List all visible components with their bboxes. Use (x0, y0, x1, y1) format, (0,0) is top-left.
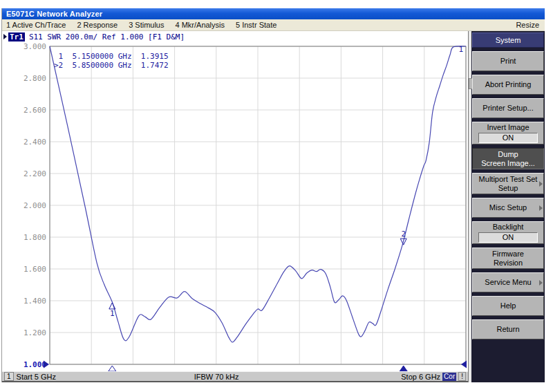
softkey-label: Misc Setup (489, 203, 527, 212)
softkey-label: Dump (498, 150, 518, 159)
ifbw-label[interactable]: IFBW 70 kHz (194, 373, 239, 381)
reference-level-arrow-left[interactable] (44, 361, 49, 368)
menu-item-4[interactable]: 4 Mkr/Analysis (175, 21, 225, 29)
marker-1-label: 1 (110, 309, 115, 318)
trace-format-text: S11 SWR 200.0m/ Ref 1.000 [F1 D&M] (29, 32, 185, 41)
softkey-misc-setup[interactable]: Misc Setup (472, 198, 544, 218)
y-axis-tick-label: 1.600 (24, 265, 46, 274)
chart-region: 3.0002.8002.6002.4002.2002.0001.8001.600… (2, 31, 468, 371)
softkey-label: Backlight (493, 223, 524, 232)
y-axis-tick-label: 1.800 (24, 233, 46, 242)
reference-level-arrow-right[interactable] (461, 361, 467, 368)
trace-number-label: 1 (458, 45, 463, 54)
marker-readout: 1 5.1500000 GHz 1.3915>2 5.8500000 GHz 1… (54, 52, 169, 70)
softkey-label: Service Menu (485, 278, 531, 287)
softkey-label: System (496, 36, 521, 45)
softkey-label: Help (500, 301, 516, 310)
softkey-return[interactable]: Return (472, 319, 544, 339)
softkey-abort-printing[interactable]: Abort Printing (472, 75, 544, 95)
marker-readout-line-1: 1 5.1500000 GHz 1.3915 (54, 52, 169, 61)
swr-chart: 3.0002.8002.6002.4002.2002.0001.8001.600… (2, 31, 468, 371)
softkey-label: Print (500, 57, 516, 66)
marker-2-label: 2 (401, 230, 406, 239)
resize-menu-item[interactable]: Resize (516, 21, 539, 29)
softkey-label: Screen Image... (481, 159, 535, 168)
softkey-label: Revision (494, 259, 523, 268)
y-axis-tick-label: 1.000 (24, 360, 46, 369)
softkey-scrollbar[interactable] (468, 31, 471, 382)
softkey-system[interactable]: System (472, 32, 544, 48)
window-title: E5071C Network Analyzer (6, 10, 102, 18)
softkey-menu: SystemPrintAbort PrintingPrinter Setup..… (471, 31, 545, 382)
status-bar: 1 Start 5 GHz IFBW 70 kHz Stop 6 GHz Cor… (2, 371, 468, 382)
marker-1-stimulus-indicator[interactable] (109, 366, 116, 371)
y-axis-tick-label: 2.200 (24, 169, 46, 178)
softkey-backlight[interactable]: BacklightON (472, 221, 544, 244)
trace-name-badge[interactable]: Tr1 (8, 32, 25, 41)
softkey-dump-screen-image[interactable]: DumpScreen Image... (472, 148, 544, 169)
submenu-arrow-icon (539, 181, 543, 187)
softkey-print[interactable]: Print (472, 51, 544, 71)
y-axis-tick-label: 3.000 (24, 42, 46, 51)
softkey-label: Invert Image (487, 123, 529, 132)
start-frequency-label[interactable]: Start 5 GHz (17, 373, 56, 381)
softkey-label: Multiport Test Set (479, 175, 538, 184)
marker-2-stimulus-indicator[interactable] (400, 366, 407, 371)
y-axis-tick-label: 2.800 (24, 74, 46, 83)
alert-indicator: ! (458, 372, 466, 381)
softkey-label: Return (496, 325, 519, 334)
softkey-printer-setup[interactable]: Printer Setup... (472, 98, 544, 118)
menu-item-1[interactable]: 1 Active Ch/Trace (6, 21, 66, 29)
softkey-invert-image[interactable]: Invert ImageON (472, 122, 544, 144)
menu-item-3[interactable]: 3 Stimulus (129, 21, 164, 29)
y-axis-tick-label: 2.000 (24, 201, 46, 210)
active-trace-arrow-icon (3, 34, 7, 39)
softkey-service-menu[interactable]: Service Menu (472, 272, 544, 292)
menu-items: 1 Active Ch/Trace2 Response3 Stimulus4 M… (6, 21, 276, 29)
y-axis-tick-label: 1.200 (24, 328, 46, 337)
y-axis-tick-label: 1.400 (24, 297, 46, 306)
menu-item-2[interactable]: 2 Response (77, 21, 118, 29)
stop-frequency-label[interactable]: Stop 6 GHz (401, 373, 440, 381)
softkey-toggle-state[interactable]: ON (478, 232, 538, 243)
title-bar[interactable]: E5071C Network Analyzer (2, 8, 545, 19)
content-row: 3.0002.8002.6002.4002.2002.0001.8001.600… (2, 31, 545, 382)
trace-header[interactable]: Tr1 S11 SWR 200.0m/ Ref 1.000 [F1 D&M] (3, 32, 185, 41)
y-axis-tick-label: 2.600 (24, 106, 46, 115)
softkey-label: Firmware (492, 250, 524, 259)
submenu-arrow-icon (539, 280, 543, 286)
softkey-help[interactable]: Help (472, 296, 544, 316)
main-area: 3.0002.8002.6002.4002.2002.0001.8001.600… (2, 31, 468, 382)
analyzer-window: E5071C Network Analyzer 1 Active Ch/Trac… (1, 8, 545, 382)
menu-bar: 1 Active Ch/Trace2 Response3 Stimulus4 M… (2, 19, 545, 31)
softkey-multiport-test-set-setup[interactable]: Multiport Test SetSetup (472, 173, 544, 194)
softkey-toggle-state[interactable]: ON (478, 133, 538, 143)
status-right-group: Stop 6 GHz Cor ! (401, 372, 466, 381)
correction-status-badge: Cor (442, 373, 456, 381)
softkey-label: Setup (498, 184, 518, 193)
marker-readout-line-2: >2 5.8500000 GHz 1.7472 (54, 61, 169, 70)
channel-number-badge: 1 (4, 372, 14, 381)
softkey-label: Abort Printing (485, 80, 532, 89)
softkey-label: Printer Setup... (482, 104, 533, 113)
submenu-arrow-icon (539, 205, 543, 211)
menu-item-5[interactable]: 5 Instr State (236, 21, 276, 29)
softkey-firmware-revision[interactable]: FirmwareRevision (472, 248, 544, 269)
y-axis-tick-label: 2.400 (24, 138, 46, 147)
